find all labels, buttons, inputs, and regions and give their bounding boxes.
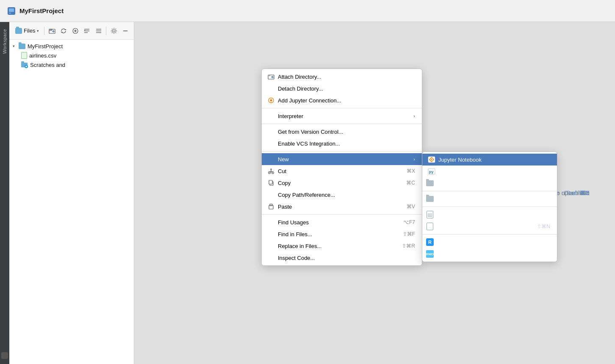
paste-icon (267, 204, 275, 210)
submenu-sep-2 (422, 207, 557, 207)
submenu-item-new-scratch-file[interactable]: New Scratch File ⇧⌘N (422, 221, 557, 232)
python-file-label: Python File (438, 168, 550, 175)
workspace-bottom-icon (1, 352, 8, 359)
scratch-file-icon (427, 223, 436, 230)
cut-shortcut: ⌘X (407, 168, 415, 174)
r-script-icon: R (427, 238, 436, 246)
menu-item-new[interactable]: New › (262, 153, 422, 165)
submenu-sep-1 (422, 191, 557, 191)
svg-point-34 (431, 159, 432, 160)
find-in-files-shortcut: ⇧⌘F (403, 231, 415, 237)
file-panel-toolbar: Files ▾ (9, 22, 134, 40)
menu-item-detach-dir[interactable]: Detach Directory... (262, 83, 422, 94)
copy-path-label: Copy Path/Reference... (278, 192, 415, 198)
replace-in-files-label: Replace in Files... (278, 243, 393, 249)
menu-item-inspect-code[interactable]: Inspect Code... (262, 252, 422, 264)
menu-item-interpreter[interactable]: Interpreter › (262, 110, 422, 122)
jupyter-notebook-icon (427, 156, 436, 163)
copy-shortcut: ⌘C (406, 180, 415, 186)
workspace-label: Workspace (2, 29, 7, 54)
jupyter-add-icon (267, 97, 275, 104)
menu-sep-1 (262, 108, 422, 108)
menu-item-copy[interactable]: Copy ⌘C (262, 177, 422, 189)
attached-dir-label: Attached Directory... (438, 196, 550, 202)
files-chevron-icon: ▾ (37, 29, 39, 33)
file-tree: ▾ MyFirstProject airlines.csv (9, 40, 134, 364)
paste-shortcut: ⌘V (407, 204, 415, 210)
submenu-item-jupyter-notebook[interactable]: Jupyter Notebook (422, 154, 557, 165)
project-folder-icon (19, 44, 25, 49)
title-bar: MyFirstProject (0, 0, 615, 22)
main-content: Search Everywhere Double ⇧ ⇧⌘O es ⌘E n B… (134, 22, 615, 364)
menu-sep-3 (262, 151, 422, 152)
new-scratch-file-label: New Scratch File (438, 223, 529, 230)
svg-text:py: py (429, 170, 434, 174)
scratch-item[interactable]: Scratches and (18, 60, 134, 69)
copy-label: Copy (278, 180, 398, 186)
cut-icon (267, 168, 275, 174)
cut-label: Cut (278, 168, 398, 174)
menu-item-attach-dir[interactable]: Attach Directory... (262, 71, 422, 83)
submenu-item-attached-dir[interactable]: Attached Directory... (422, 193, 557, 205)
minimize-button[interactable] (121, 25, 130, 36)
add-content-button[interactable] (70, 25, 80, 36)
project-root-item[interactable]: ▾ MyFirstProject (9, 41, 134, 51)
file-label: File (438, 212, 550, 218)
files-label: Files (24, 28, 35, 34)
menu-item-find-in-files[interactable]: Find in Files... ⇧⌘F (262, 228, 422, 240)
menu-item-enable-vcs[interactable]: Enable VCS Integration... (262, 138, 422, 149)
toolbar-separator-1 (44, 27, 44, 35)
directory-icon (427, 180, 436, 186)
svg-point-29 (270, 99, 272, 102)
settings-button[interactable] (109, 25, 119, 36)
csv-file-label: airlines.csv (29, 52, 56, 59)
directory-label: Directory (438, 180, 550, 187)
main-layout: Workspace Files ▾ (0, 22, 615, 364)
menu-item-paste[interactable]: Paste ⌘V (262, 201, 422, 212)
jupyter-notebook-label: Jupyter Notebook (438, 157, 550, 163)
attached-dir-icon (427, 196, 436, 202)
tree-children: airlines.csv Scratches and (18, 51, 134, 69)
menu-item-cut[interactable]: Cut ⌘X (262, 165, 422, 177)
submenu-item-rmarkdown[interactable]: RMD RMarkdown File (422, 248, 557, 260)
files-dropdown[interactable]: Files ▾ (13, 26, 42, 35)
find-usages-label: Find Usages (278, 219, 395, 226)
toolbar-separator-2 (106, 27, 106, 35)
attach-dir-label: Attach Directory... (278, 74, 415, 80)
menu-item-replace-in-files[interactable]: Replace in Files... ⇧⌘R (262, 240, 422, 252)
menu-item-get-vcs[interactable]: Get from Version Control... (262, 126, 422, 138)
expand-button[interactable] (94, 25, 103, 36)
menu-item-add-jupyter[interactable]: Add Jupyter Connection... (262, 94, 422, 106)
add-jupyter-label: Add Jupyter Connection... (278, 97, 415, 104)
svg-rect-2 (9, 13, 11, 14)
collapse-button[interactable] (82, 25, 92, 36)
workspace-tab[interactable]: Workspace (0, 22, 9, 364)
menu-item-find-usages[interactable]: Find Usages ⌥F7 (262, 216, 422, 228)
new-scratch-file-shortcut: ⇧⌘N (537, 223, 550, 229)
submenu-sep-3 (422, 234, 557, 234)
scratch-label: Scratches and (30, 62, 65, 68)
csv-file-item[interactable]: airlines.csv (18, 51, 134, 60)
menu-item-copy-path[interactable]: Copy Path/Reference... (262, 189, 422, 201)
submenu-item-directory[interactable]: Directory (422, 177, 557, 189)
enable-vcs-label: Enable VCS Integration... (278, 141, 415, 147)
menu-sep-2 (262, 124, 422, 124)
submenu-item-r-script[interactable]: R R Script (422, 236, 557, 248)
rmarkdown-label: RMarkdown File (438, 251, 550, 257)
interpreter-arrow-icon: › (413, 113, 415, 119)
new-label: New (278, 156, 410, 163)
submenu-item-file[interactable]: File (422, 209, 557, 221)
svg-rect-49 (269, 180, 272, 184)
new-dir-button[interactable] (47, 25, 57, 36)
svg-rect-21 (21, 61, 24, 63)
app-icon (7, 6, 16, 16)
submenu-item-python-file[interactable]: py Python File (422, 165, 557, 177)
files-folder-icon (15, 28, 22, 34)
paste-label: Paste (278, 204, 398, 210)
copy-icon (267, 180, 275, 186)
sync-button[interactable] (59, 25, 69, 36)
rmarkdown-icon: RMD (427, 250, 436, 258)
find-in-files-label: Find in Files... (278, 231, 394, 237)
project-name-label: MyFirstProject (28, 43, 63, 50)
svg-rect-1 (9, 8, 14, 12)
